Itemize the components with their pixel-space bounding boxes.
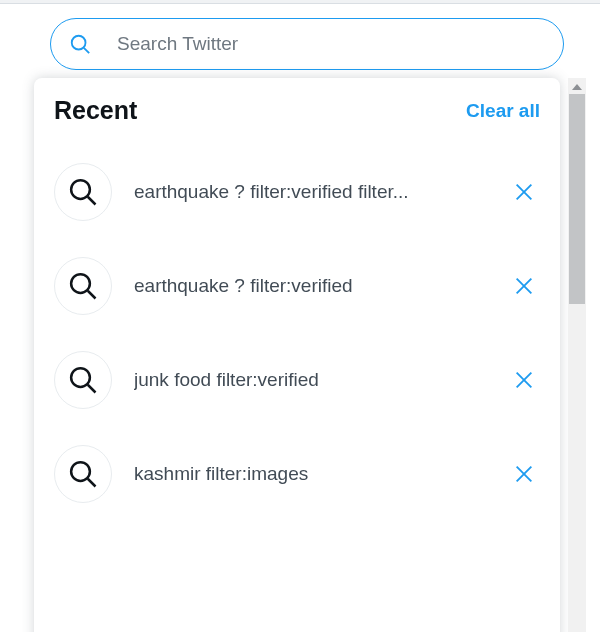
dropdown-header: Recent Clear all	[34, 78, 560, 135]
scrollbar-thumb[interactable]	[569, 94, 585, 304]
recent-search-text: kashmir filter:images	[134, 463, 508, 485]
search-input[interactable]	[117, 33, 545, 55]
svg-point-0	[72, 36, 86, 50]
svg-point-10	[71, 368, 90, 387]
search-icon	[54, 445, 112, 503]
remove-button[interactable]	[508, 176, 540, 208]
recent-search-item[interactable]: earthquake ? filter:verified	[34, 239, 560, 333]
recent-search-item[interactable]: junk food filter:verified	[34, 333, 560, 427]
recent-search-text: earthquake ? filter:verified	[134, 275, 508, 297]
svg-line-7	[88, 291, 96, 299]
recent-search-text: junk food filter:verified	[134, 369, 508, 391]
close-icon	[513, 463, 535, 485]
svg-point-2	[71, 180, 90, 199]
svg-point-6	[71, 274, 90, 293]
search-icon	[54, 351, 112, 409]
search-icon	[54, 163, 112, 221]
scrollbar-up-arrow-icon[interactable]	[568, 80, 586, 94]
recent-list: earthquake ? filter:verified filter... e…	[34, 135, 560, 521]
recent-heading: Recent	[54, 96, 137, 125]
window-top-border	[0, 0, 600, 4]
recent-search-text: earthquake ? filter:verified filter...	[134, 181, 508, 203]
search-icon	[69, 33, 91, 55]
svg-line-1	[84, 48, 89, 53]
svg-line-3	[88, 197, 96, 205]
search-dropdown: Recent Clear all earthquake ? filter:ver…	[34, 78, 560, 632]
svg-line-11	[88, 385, 96, 393]
remove-button[interactable]	[508, 458, 540, 490]
search-icon	[54, 257, 112, 315]
close-icon	[513, 369, 535, 391]
search-bar[interactable]	[50, 18, 564, 70]
remove-button[interactable]	[508, 270, 540, 302]
scrollbar[interactable]	[568, 78, 586, 632]
recent-search-item[interactable]: earthquake ? filter:verified filter...	[34, 145, 560, 239]
clear-all-button[interactable]: Clear all	[466, 100, 540, 122]
close-icon	[513, 181, 535, 203]
recent-search-item[interactable]: kashmir filter:images	[34, 427, 560, 521]
svg-point-14	[71, 462, 90, 481]
close-icon	[513, 275, 535, 297]
remove-button[interactable]	[508, 364, 540, 396]
svg-line-15	[88, 479, 96, 487]
